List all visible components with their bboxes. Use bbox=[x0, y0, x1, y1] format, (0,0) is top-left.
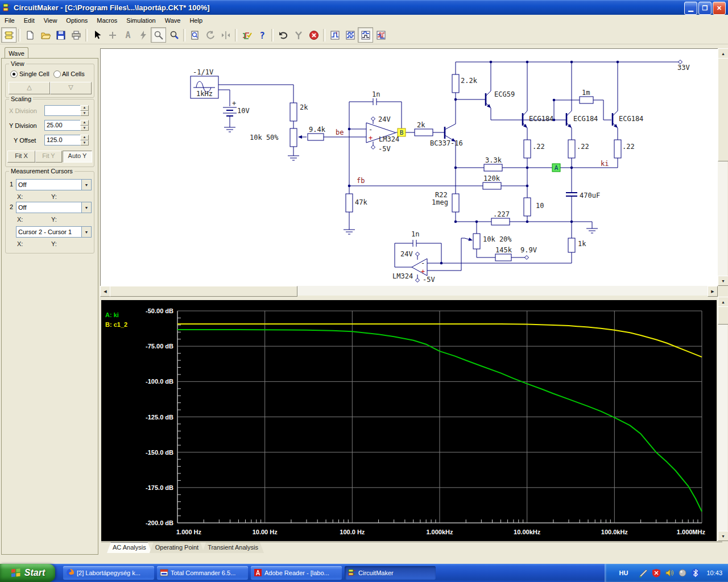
bluetooth-icon[interactable] bbox=[691, 568, 700, 577]
scope-analog-button[interactable] bbox=[373, 27, 388, 43]
language-indicator[interactable]: HU bbox=[613, 569, 635, 576]
chevron-down-icon[interactable]: ▼ bbox=[81, 180, 91, 190]
cursor-diff-select[interactable]: Cursor 2 - Cursor 1 ▼ bbox=[16, 226, 92, 238]
help-button[interactable]: ? bbox=[254, 27, 270, 43]
volume-icon[interactable] bbox=[665, 568, 674, 577]
x-division-spinner[interactable]: ▲▼ bbox=[80, 105, 89, 116]
svg-text:?: ? bbox=[259, 30, 265, 40]
cell-up-button[interactable]: △ bbox=[9, 82, 50, 94]
schematic-label: 10 bbox=[536, 202, 544, 210]
zoom-tool-button[interactable] bbox=[166, 27, 181, 43]
y-axis-tick-label: -150.0 dB bbox=[146, 449, 173, 456]
new-button[interactable] bbox=[22, 27, 38, 43]
toolbar-separator bbox=[85, 29, 88, 41]
scope-waveforms-button[interactable] bbox=[342, 27, 358, 43]
scroll-thumb[interactable] bbox=[110, 286, 297, 297]
menu-item-file[interactable]: File bbox=[0, 15, 19, 26]
parts-browser-button[interactable] bbox=[1, 27, 16, 43]
task-button-2[interactable]: Total Commander 6.5... bbox=[157, 566, 248, 580]
cursor2-select[interactable]: Off ▼ bbox=[16, 202, 92, 213]
y-offset-spinner[interactable]: ▲▼ bbox=[80, 135, 89, 146]
fit-x-button[interactable]: Fit X bbox=[7, 151, 35, 163]
tab-ac-analysis[interactable]: AC Analysis bbox=[107, 542, 152, 553]
fit-y-button[interactable]: Fit Y bbox=[35, 151, 62, 163]
windows-logo-icon bbox=[10, 567, 22, 579]
task-button-1[interactable]: [2] Labortápegység k... bbox=[63, 566, 154, 580]
split-view-button[interactable] bbox=[218, 27, 233, 43]
minimize-button[interactable]: ▁ bbox=[684, 2, 697, 15]
search-document-button[interactable] bbox=[187, 27, 202, 43]
start-button[interactable]: Start bbox=[0, 564, 55, 582]
print-button[interactable] bbox=[68, 27, 84, 43]
x-axis-tick-label: 1.000kHz bbox=[426, 529, 453, 535]
schematic-vscrollbar[interactable]: ▲ ▼ bbox=[718, 48, 727, 286]
restore-button[interactable]: ❐ bbox=[698, 2, 712, 15]
scroll-thumb[interactable] bbox=[718, 58, 728, 161]
open-button[interactable] bbox=[38, 27, 53, 43]
x-division-input[interactable] bbox=[44, 105, 81, 116]
schematic-label: - bbox=[421, 259, 425, 267]
schematic-label: 1kHz bbox=[196, 90, 213, 98]
menu-item-view[interactable]: View bbox=[39, 15, 62, 26]
save-button[interactable] bbox=[53, 27, 68, 43]
close-button[interactable]: ✕ bbox=[713, 2, 726, 15]
text-tool-button[interactable]: A bbox=[120, 27, 135, 43]
scroll-right-icon[interactable]: ▶ bbox=[708, 286, 718, 297]
scope-mixed-button[interactable] bbox=[358, 27, 373, 43]
scroll-down-icon[interactable]: ▼ bbox=[718, 276, 728, 286]
lightning-tool-button[interactable] bbox=[135, 27, 151, 43]
probe-tool-button[interactable] bbox=[151, 27, 166, 43]
auto-y-button[interactable]: Auto Y bbox=[63, 151, 92, 163]
plus-tool-button[interactable] bbox=[105, 27, 120, 43]
task-button-3[interactable]: Adobe Reader - [labo... bbox=[251, 566, 342, 580]
y-offset-label: Y Offset bbox=[14, 137, 36, 144]
y-offset-input[interactable]: 125.0 bbox=[44, 135, 81, 146]
scroll-up-icon[interactable]: ▲ bbox=[718, 48, 728, 59]
schematic-label: 10V bbox=[237, 107, 250, 115]
undo-button[interactable] bbox=[275, 27, 291, 43]
legend-entry: A: ki bbox=[105, 311, 119, 318]
schematic-label: 9.4k bbox=[309, 126, 326, 134]
stop-simulation-button[interactable] bbox=[306, 27, 321, 43]
all-cells-radio[interactable] bbox=[53, 70, 61, 78]
x-axis-tick-label: 1.000 Hz bbox=[176, 529, 202, 535]
node-marker-B[interactable]: B bbox=[400, 129, 404, 136]
cell-down-button[interactable]: ▽ bbox=[50, 82, 92, 94]
ac-analysis-plot[interactable]: -50.00 dB-75.00 dB-100.0 dB-125.0 dB-150… bbox=[101, 300, 717, 541]
cursor1-select[interactable]: Off ▼ bbox=[16, 179, 92, 190]
all-cells-label: All Cells bbox=[62, 70, 85, 77]
menu-item-edit[interactable]: Edit bbox=[19, 15, 39, 26]
schematic-label: 2k bbox=[300, 103, 308, 111]
node-marker-A[interactable]: A bbox=[555, 164, 559, 172]
menu-item-simulation[interactable]: Simulation bbox=[122, 15, 160, 26]
wire-edit-button[interactable] bbox=[239, 27, 254, 43]
status-icon[interactable] bbox=[678, 568, 687, 577]
tab-operating-point[interactable]: Operating Point bbox=[150, 542, 204, 553]
menu-item-options[interactable]: Options bbox=[61, 15, 92, 26]
tab-transient-analysis[interactable]: Transient Analysis bbox=[202, 542, 264, 553]
y-division-input[interactable]: 25.00 bbox=[44, 120, 81, 131]
single-cell-radio[interactable] bbox=[10, 70, 18, 78]
arrow-tool-button[interactable] bbox=[89, 27, 105, 43]
rotate-button[interactable] bbox=[202, 27, 218, 43]
schematic-canvas[interactable]: BA-1/1V1kHz+10V2k10k 50%9.4kbe1n24V-+LM3… bbox=[100, 48, 718, 286]
menu-item-macros[interactable]: Macros bbox=[92, 15, 122, 26]
plot-vscrollbar[interactable]: ▲ ▼ bbox=[718, 297, 727, 541]
chevron-down-icon[interactable]: ▼ bbox=[81, 202, 91, 213]
security-alert-icon[interactable] bbox=[652, 568, 661, 577]
scroll-left-icon[interactable]: ◀ bbox=[100, 286, 110, 297]
task-button-4[interactable]: CircuitMaker bbox=[345, 566, 436, 580]
scroll-up-icon[interactable]: ▲ bbox=[718, 297, 728, 307]
scope-digital-button[interactable] bbox=[327, 27, 342, 43]
y-division-spinner[interactable]: ▲▼ bbox=[80, 120, 89, 131]
schematic-label: be bbox=[336, 128, 344, 136]
scroll-down-icon[interactable]: ▼ bbox=[718, 531, 728, 541]
scroll-thumb[interactable] bbox=[718, 306, 728, 325]
wrench-tool-button[interactable] bbox=[291, 27, 306, 43]
schematic-label: fb bbox=[357, 177, 365, 185]
tablet-pen-icon[interactable] bbox=[639, 568, 648, 577]
schematic-hscrollbar[interactable]: ◀ ▶ bbox=[100, 286, 718, 296]
chevron-down-icon[interactable]: ▼ bbox=[81, 227, 91, 237]
menu-item-wave[interactable]: Wave bbox=[160, 15, 185, 26]
menu-item-help[interactable]: Help bbox=[185, 15, 207, 26]
